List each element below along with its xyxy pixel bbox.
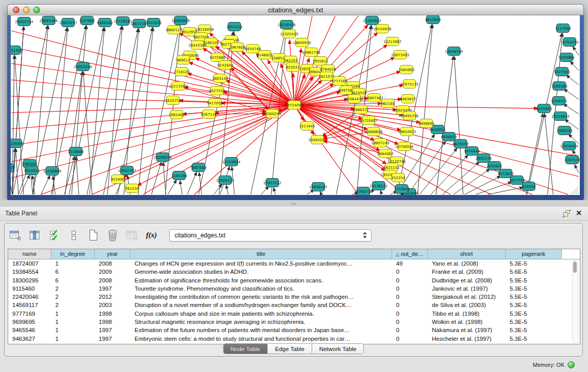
table-row[interactable]: 977716911998Corpus callosum shape and si… (8, 310, 580, 318)
network-node[interactable]: 7955812 (312, 57, 328, 65)
table-row[interactable]: 1830029562008Estimation of significance … (8, 276, 580, 285)
table-row[interactable]: 946554611997Estimation of the future num… (8, 326, 580, 334)
network-node[interactable]: 10756928 (395, 142, 413, 151)
network-node[interactable]: 2967608 (229, 43, 245, 52)
table-scrollbar[interactable] (572, 260, 578, 343)
network-node[interactable]: 8660123 (166, 26, 182, 34)
network-node[interactable]: 18640910 (293, 38, 311, 47)
network-node[interactable]: 16961758 (302, 48, 320, 57)
network-node[interactable]: 18300295 (263, 110, 281, 118)
network-node[interactable]: 7857224 (226, 23, 243, 31)
select-rows-button[interactable] (48, 229, 61, 242)
network-node[interactable]: 1209383 (551, 82, 567, 91)
network-node[interactable]: 1527602 (79, 16, 95, 25)
table-row[interactable]: 1456911722003Disruption of a novel membe… (8, 301, 580, 309)
network-node[interactable]: 13505135 (216, 176, 234, 185)
network-node[interactable]: 17016504 (560, 142, 578, 150)
tab-network-table[interactable]: Network Table (312, 343, 364, 354)
network-node[interactable]: 9146821 (256, 51, 272, 59)
table-row[interactable]: 946362711997Embryonic stem cells: a mode… (8, 335, 580, 343)
network-node[interactable]: 1519888 (68, 147, 83, 156)
network-canvas[interactable]: 1872400724055724206914061085325715276026… (11, 15, 580, 195)
network-node[interactable]: 8267110 (201, 110, 216, 119)
network-node[interactable]: 12975115 (400, 80, 419, 89)
delete-table-button[interactable] (125, 229, 139, 242)
network-node[interactable]: 9777169 (331, 77, 347, 85)
network-node[interactable]: 19218506 (277, 20, 296, 29)
network-node[interactable]: 2986372 (353, 105, 368, 114)
table-row[interactable]: 969969511998Structural magnetic resonanc… (8, 318, 580, 326)
network-node[interactable]: 6466162 (97, 18, 113, 27)
network-node[interactable]: 16543362 (188, 41, 207, 50)
delete-column-button[interactable] (106, 229, 119, 242)
network-node[interactable]: 12213383 (169, 82, 187, 91)
network-node[interactable]: 19654923 (398, 127, 416, 136)
network-node[interactable]: 19384554 (308, 136, 326, 144)
table-selector-dropdown[interactable]: citations_edges.txt (169, 229, 372, 242)
network-node[interactable]: 252254 (391, 173, 405, 182)
network-node[interactable]: 10719185 (114, 17, 132, 26)
network-node[interactable]: 18724007 (285, 101, 303, 110)
network-node[interactable]: 1117504 (555, 24, 571, 33)
panel-splitter[interactable] (0, 200, 588, 207)
network-node[interactable]: 21187682 (363, 16, 381, 25)
network-node[interactable]: 1145194 (171, 171, 187, 180)
network-node[interactable]: 14136141 (369, 182, 388, 190)
column-header-short[interactable]: short (428, 249, 506, 259)
network-node[interactable]: 924502 (522, 182, 536, 191)
network-node[interactable]: 10688609 (364, 127, 383, 136)
network-node[interactable]: 11325419 (280, 30, 298, 38)
new-column-button[interactable] (86, 229, 100, 242)
network-node[interactable]: 1810755 (165, 96, 181, 105)
network-node[interactable]: 1244415 (551, 97, 567, 105)
network-node[interactable]: 1569293 (556, 126, 572, 135)
network-node[interactable]: 10853257 (59, 18, 77, 27)
column-header-in_degree[interactable]: in_degree (51, 249, 95, 259)
network-node[interactable]: 9227343 (554, 68, 570, 76)
network-node[interactable]: 10973493 (391, 51, 409, 59)
network-node[interactable]: 16083809 (171, 16, 190, 25)
network-node[interactable]: 761534 (125, 184, 139, 193)
network-node[interactable]: 20691406 (39, 16, 58, 25)
network-node[interactable]: 8938923 (441, 133, 456, 141)
column-header-pagerank[interactable]: pagerank (506, 249, 562, 259)
network-window-titlebar[interactable]: citations_edges.txt (7, 4, 584, 15)
network-node[interactable]: 7515526 (145, 18, 162, 27)
function-builder-button[interactable]: f(x) (145, 229, 158, 242)
row-boxes-button[interactable] (67, 229, 80, 242)
network-node[interactable]: 24055724 (15, 17, 33, 26)
column-header-year[interactable]: year (95, 249, 130, 259)
network-node[interactable]: 20053346 (74, 62, 92, 71)
network-node[interactable]: 1167533 (564, 156, 580, 164)
column-header-title[interactable]: title (130, 249, 392, 259)
network-node[interactable]: 7632621 (486, 162, 502, 170)
network-node[interactable]: 2718120 (173, 68, 189, 76)
table-row[interactable]: 911546021997Tourette syndrome. Phenomeno… (8, 285, 580, 293)
network-node[interactable]: 1733426 (394, 185, 410, 193)
network-node[interactable]: 2803144 (212, 74, 228, 83)
network-node[interactable]: 8215953 (536, 104, 552, 113)
network-node[interactable]: 9242848 (217, 61, 233, 70)
network-node[interactable]: 3915911 (24, 166, 39, 175)
column-header-name[interactable]: name (8, 249, 51, 259)
network-node[interactable]: 15720407 (359, 116, 378, 125)
network-node[interactable]: 15751074 (560, 38, 579, 47)
network-node[interactable]: 12213967 (383, 37, 402, 46)
memory-status-indicator[interactable] (568, 361, 575, 368)
network-node[interactable]: 2935114 (475, 154, 492, 163)
close-panel-button[interactable]: ✕ (576, 209, 582, 217)
network-node[interactable]: 962160 (381, 99, 395, 108)
network-node[interactable]: 2526065 (11, 139, 24, 148)
network-node[interactable]: 989012 (177, 56, 190, 64)
scrollbar-thumb[interactable] (573, 261, 577, 273)
network-node[interactable]: 8427552 (209, 86, 225, 95)
network-node[interactable]: 2051307 (11, 46, 23, 55)
network-node[interactable]: 1513445 (299, 122, 315, 130)
network-node[interactable]: 16210643 (551, 112, 570, 121)
network-node[interactable]: 16782759 (354, 187, 373, 195)
network-node[interactable]: 10807487 (365, 94, 383, 102)
network-node[interactable]: 7485063 (398, 65, 414, 74)
table-row[interactable]: 1938455462009Genome-wide association stu… (8, 268, 580, 276)
network-node[interactable]: 8813054 (425, 15, 441, 24)
table-settings-button[interactable]: ⚙ (9, 229, 22, 242)
